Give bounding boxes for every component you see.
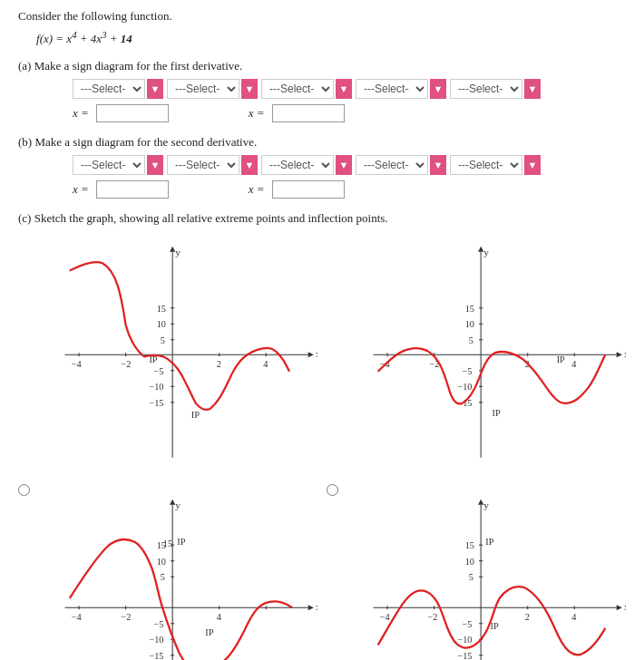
graph-svg-4: y x 2 4 −4 −2 15 10 5 −5 −10 xyxy=(327,486,626,660)
svg-marker-30 xyxy=(617,352,622,357)
select-btn-a5[interactable]: ▼ xyxy=(524,79,541,99)
part-c-label: (c) Sketch the graph, showing all relati… xyxy=(18,211,626,226)
svg-text:15: 15 xyxy=(465,540,474,550)
select-b1[interactable]: ---Select--- + - 0 xyxy=(73,155,145,175)
svg-text:y: y xyxy=(175,247,181,257)
select-a4[interactable]: ---Select--- + - 0 xyxy=(356,79,428,99)
svg-marker-86 xyxy=(617,605,622,610)
part-a-label: (a) Make a sign diagram for the first de… xyxy=(18,59,626,73)
svg-text:x: x xyxy=(624,601,626,612)
select-box-b2: ---Select--- + - 0 ▼ xyxy=(167,155,258,175)
select-box-b4: ---Select--- + - 0 ▼ xyxy=(356,155,446,175)
svg-text:−5: −5 xyxy=(463,619,473,629)
select-box-b1: ---Select--- + - 0 ▼ xyxy=(73,155,163,175)
svg-text:IP: IP xyxy=(485,537,493,547)
part-b-section: (b) Make a sign diagram for the second d… xyxy=(18,135,626,199)
svg-marker-58 xyxy=(308,605,314,610)
select-b2[interactable]: ---Select--- + - 0 xyxy=(167,155,239,175)
select-btn-b3[interactable]: ▼ xyxy=(336,155,352,175)
svg-text:IP: IP xyxy=(191,411,200,421)
svg-text:y: y xyxy=(483,500,489,510)
graph-cell-3: y x −2 4 −4 15 10 5 −5 −10 −15 xyxy=(18,486,317,660)
svg-text:4: 4 xyxy=(263,359,268,369)
svg-text:x: x xyxy=(624,349,626,360)
graph-cell-2: y x −2 2 4 −4 15 10 5 −5 −10 xyxy=(327,233,626,477)
svg-text:4: 4 xyxy=(571,359,576,369)
svg-text:x: x xyxy=(316,349,317,360)
select-b4[interactable]: ---Select--- + - 0 xyxy=(356,155,428,175)
part-a-selects: ---Select--- + - 0 ▼ ---Select--- + - 0 … xyxy=(73,79,626,99)
x-label-a2: x = xyxy=(249,106,265,121)
select-btn-b4[interactable]: ▼ xyxy=(430,155,446,175)
select-btn-a4[interactable]: ▼ xyxy=(430,79,446,99)
svg-text:−10: −10 xyxy=(149,635,163,645)
select-b3[interactable]: ---Select--- + - 0 xyxy=(261,155,334,175)
x-label-b1: x = xyxy=(73,182,89,197)
select-btn-b2[interactable]: ▼ xyxy=(241,155,258,175)
part-c-section: (c) Sketch the graph, showing all relati… xyxy=(18,211,626,660)
select-box-a1: ---Select--- + - 0 ▼ xyxy=(73,79,163,99)
select-a2[interactable]: ---Select--- + - 0 xyxy=(167,79,239,99)
svg-text:10: 10 xyxy=(465,557,474,567)
svg-text:5: 5 xyxy=(161,335,165,345)
svg-text:x: x xyxy=(316,601,317,612)
svg-text:−2: −2 xyxy=(121,359,131,369)
svg-text:10: 10 xyxy=(157,320,166,330)
svg-text:4: 4 xyxy=(217,611,221,621)
x-input-a1[interactable] xyxy=(96,104,169,122)
svg-text:−5: −5 xyxy=(463,366,473,376)
svg-text:IP: IP xyxy=(490,621,498,631)
svg-text:15: 15 xyxy=(163,539,172,548)
select-a3[interactable]: ---Select--- + - 0 xyxy=(261,79,334,99)
svg-text:4: 4 xyxy=(571,611,576,621)
part-b-x-row: x = x = xyxy=(73,180,626,199)
svg-text:−4: −4 xyxy=(72,611,82,621)
svg-marker-2 xyxy=(308,352,314,357)
svg-text:−5: −5 xyxy=(154,366,164,376)
part-a-x-row: x = x = xyxy=(73,104,626,122)
select-box-a2: ---Select--- + - 0 ▼ xyxy=(167,79,258,99)
svg-text:−4: −4 xyxy=(380,611,390,621)
svg-text:y: y xyxy=(175,500,181,510)
x-input-b2[interactable] xyxy=(272,180,345,199)
svg-text:15: 15 xyxy=(157,304,166,314)
select-box-b5: ---Select--- + - 0 ▼ xyxy=(450,155,541,175)
select-box-a4: ---Select--- + - 0 ▼ xyxy=(356,79,446,99)
select-b5[interactable]: ---Select--- + - 0 xyxy=(450,155,522,175)
x-label-b2: x = xyxy=(249,182,265,197)
svg-text:15: 15 xyxy=(465,304,474,314)
svg-text:2: 2 xyxy=(525,611,530,621)
select-btn-a1[interactable]: ▼ xyxy=(147,79,163,99)
svg-text:−2: −2 xyxy=(427,611,437,621)
svg-text:5: 5 xyxy=(469,572,473,582)
graph-svg-2: y x −2 2 4 −4 15 10 5 −5 −10 xyxy=(327,233,626,477)
select-btn-a2[interactable]: ▼ xyxy=(241,79,258,99)
svg-text:2: 2 xyxy=(217,359,221,369)
graphs-grid: y x −2 2 4 −4 15 10 5 −5 xyxy=(18,233,626,660)
svg-text:−15: −15 xyxy=(149,651,163,660)
intro-text: Consider the following function. xyxy=(18,9,626,24)
x-input-a2[interactable] xyxy=(272,104,345,122)
svg-text:−5: −5 xyxy=(154,619,164,629)
svg-text:−10: −10 xyxy=(149,383,163,393)
select-box-b3: ---Select--- + - 0 ▼ xyxy=(261,155,352,175)
select-a5[interactable]: ---Select--- + - 0 xyxy=(450,79,522,99)
svg-text:−10: −10 xyxy=(457,635,472,645)
svg-text:−15: −15 xyxy=(149,398,163,408)
part-b-label: (b) Make a sign diagram for the second d… xyxy=(18,135,626,150)
svg-text:−4: −4 xyxy=(72,359,82,369)
svg-text:IP: IP xyxy=(493,409,501,419)
svg-text:−2: −2 xyxy=(121,611,131,621)
graph-cell-4: y x 2 4 −4 −2 15 10 5 −5 −10 xyxy=(327,486,626,660)
problem-intro: Consider the following function. f(x) = … xyxy=(18,9,626,46)
svg-text:IP: IP xyxy=(177,537,185,547)
select-btn-b5[interactable]: ▼ xyxy=(524,155,541,175)
part-a-section: (a) Make a sign diagram for the first de… xyxy=(18,59,626,122)
select-a1[interactable]: ---Select--- + - 0 xyxy=(73,79,145,99)
x-input-b1[interactable] xyxy=(96,180,169,199)
select-btn-b1[interactable]: ▼ xyxy=(147,155,163,175)
select-btn-a3[interactable]: ▼ xyxy=(336,79,352,99)
svg-text:5: 5 xyxy=(469,335,473,345)
svg-text:IP: IP xyxy=(557,354,565,364)
svg-text:−10: −10 xyxy=(457,383,472,393)
